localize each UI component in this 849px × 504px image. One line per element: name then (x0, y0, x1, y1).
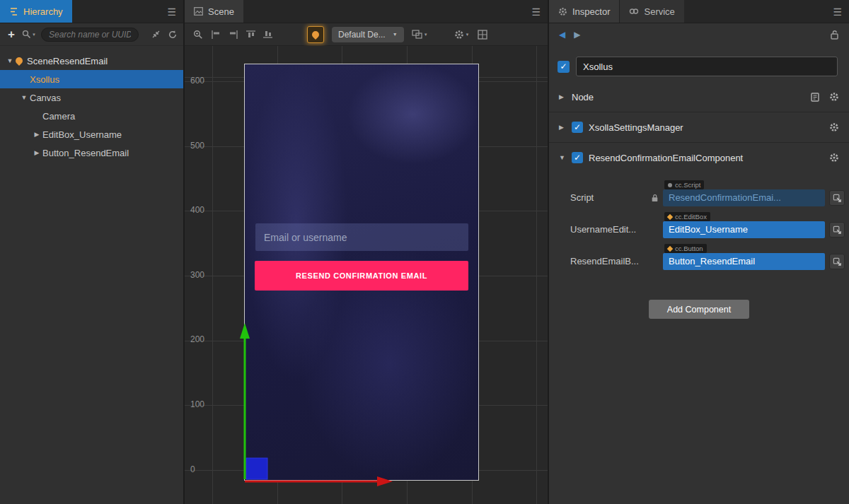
check-icon: ✓ (560, 61, 567, 71)
component-enabled-checkbox[interactable]: ✓ (572, 122, 583, 133)
tab-scene[interactable]: Scene (185, 0, 243, 23)
scene-canvas[interactable]: 600 500 400 300 200 100 0 RESEND CONFIRM… (185, 46, 548, 504)
hierarchy-menu-icon[interactable]: ☰ (167, 0, 176, 23)
scene-panel: Scene ☰ Default De... (185, 0, 548, 504)
align-right-icon[interactable] (229, 30, 238, 39)
component-properties: Script cc.Script ResendConfirmationEmai.… (549, 170, 849, 270)
tab-service[interactable]: Service (619, 0, 683, 23)
divider (549, 112, 849, 112)
tab-service-label: Service (644, 6, 674, 17)
caret-down-icon[interactable]: ▼ (18, 94, 30, 101)
tab-inspector[interactable]: Inspector (549, 0, 619, 23)
email-username-input[interactable] (255, 223, 468, 251)
create-node-button[interactable]: + (6, 28, 17, 42)
ruler-label: 500 (190, 141, 209, 151)
caret-right-icon[interactable]: ▶ (559, 124, 572, 131)
component-enabled-checkbox[interactable]: ✓ (572, 152, 583, 163)
search-filter-dropdown-icon: ▼ (32, 33, 36, 37)
property-label: Script (570, 192, 646, 206)
inspector-header: Inspector Service ☰ (549, 0, 849, 23)
align-bottom-icon[interactable] (263, 30, 272, 39)
node-picker-button[interactable] (829, 190, 845, 206)
zoom-icon[interactable] (193, 30, 203, 40)
node-section-header[interactable]: ▶ Node (549, 85, 849, 109)
scene-toolbar: Default De... ▼ ▼ ▼ (185, 23, 548, 46)
username-editbox-reference-field[interactable]: EditBox_Username (663, 221, 825, 238)
scene-asset-icon (14, 56, 24, 66)
cocos-editor-window: Hierarchy ☰ + ▼ ▼ (0, 0, 849, 504)
scene-settings-dropdown[interactable]: ▼ (454, 30, 470, 40)
gizmo-highlight-button[interactable] (307, 26, 324, 43)
editbox-type-diamond-icon (667, 213, 673, 219)
caret-right-icon[interactable]: ▶ (31, 131, 42, 138)
resend-button-reference-field[interactable]: Button_ResendEmail (663, 253, 825, 270)
inspector-menu-icon[interactable]: ☰ (833, 0, 842, 23)
caret-down-icon[interactable]: ▼ (559, 154, 572, 161)
type-badge-label: cc.Script (675, 181, 700, 189)
check-icon: ✓ (574, 153, 581, 163)
resend-component-header[interactable]: ▼ ✓ ResendConfirmationEmailComponent (549, 146, 849, 170)
collapse-all-icon[interactable] (151, 30, 161, 39)
resend-button-property-row: ResendEmailB... cc.Button Button_ResendE… (570, 245, 845, 270)
nav-back-icon[interactable]: ◀ (559, 30, 565, 40)
node-name-input[interactable] (576, 57, 838, 76)
tree-item-xsollus[interactable]: Xsollus (0, 70, 183, 88)
component-name-label: XsollaSettingsManager (589, 122, 683, 133)
grid-toggle-icon[interactable] (478, 30, 487, 40)
tree-item-camera[interactable]: Camera (0, 107, 183, 125)
caret-right-icon[interactable]: ▶ (31, 149, 42, 156)
divider (549, 142, 849, 143)
unlock-icon[interactable] (830, 30, 839, 40)
refresh-icon[interactable] (168, 30, 178, 40)
tree-item-label: Button_ResendEmail (42, 148, 129, 158)
caret-right-icon[interactable]: ▶ (559, 93, 572, 100)
ruler-label: 600 (190, 76, 209, 86)
node-picker-button[interactable] (829, 222, 845, 238)
service-icon (629, 8, 639, 15)
game-viewport[interactable]: RESEND CONFIRMATION EMAIL (244, 64, 479, 481)
view-mode-dropdown[interactable]: ▼ (412, 30, 428, 39)
property-label: UsernameEdit... (570, 224, 646, 238)
node-gear-icon[interactable] (829, 92, 839, 102)
caret-down-icon[interactable]: ▼ (4, 57, 16, 64)
component-gear-icon[interactable] (829, 153, 839, 163)
camera-preset-dropdown[interactable]: Default De... ▼ (332, 27, 404, 42)
type-badge: cc.Button (664, 244, 707, 253)
username-editbox-property-row: UsernameEdit... cc.EditBox EditBox_Usern… (570, 213, 845, 238)
tree-item-sceneresendemail[interactable]: ▼ SceneResendEmail (0, 52, 183, 70)
button-type-diamond-icon (667, 245, 673, 251)
component-gear-icon[interactable] (829, 122, 839, 132)
nav-forward-icon[interactable]: ▶ (574, 30, 580, 40)
align-top-icon[interactable] (246, 30, 255, 39)
script-property-row: Script cc.Script ResendConfirmationEmai.… (570, 181, 845, 206)
resend-confirmation-email-button[interactable]: RESEND CONFIRMATION EMAIL (255, 261, 468, 291)
hierarchy-icon (9, 7, 18, 16)
tree-item-editbox-username[interactable]: ▶ EditBox_Username (0, 125, 183, 143)
scene-menu-icon[interactable]: ☰ (531, 0, 541, 23)
ruler-label: 300 (190, 270, 209, 280)
add-component-button[interactable]: Add Component (649, 300, 749, 319)
settings-manager-component-header[interactable]: ▶ ✓ XsollaSettingsManager (549, 115, 849, 139)
align-left-icon[interactable] (211, 30, 221, 39)
search-filter-icon[interactable]: ▼ (22, 30, 36, 39)
tree-item-button-resendemail[interactable]: ▶ Button_ResendEmail (0, 143, 183, 162)
dropdown-arrow-icon: ▼ (424, 33, 428, 37)
node-picker-button[interactable] (829, 254, 845, 269)
ruler-label: 400 (190, 205, 209, 215)
hierarchy-search-input[interactable] (41, 28, 139, 42)
inspector-nav: ◀ ▶ (549, 23, 849, 46)
hierarchy-panel: Hierarchy ☰ + ▼ ▼ (0, 0, 183, 504)
node-book-icon[interactable] (811, 93, 819, 102)
type-badge-label: cc.EditBox (675, 213, 707, 221)
node-active-checkbox[interactable]: ✓ (558, 61, 570, 73)
ruler-label: 0 (190, 464, 209, 474)
node-name-row: ✓ (549, 46, 849, 76)
script-reference-field[interactable]: ResendConfirmationEmai... (663, 189, 825, 206)
lock-icon (646, 194, 663, 206)
tree-item-canvas[interactable]: ▼ Canvas (0, 88, 183, 107)
hierarchy-header: Hierarchy ☰ (0, 0, 183, 23)
tab-scene-label: Scene (208, 6, 234, 17)
tab-hierarchy[interactable]: Hierarchy (0, 0, 72, 23)
gizmo-flame-icon (311, 29, 320, 39)
inspector-gear-icon (558, 7, 567, 16)
